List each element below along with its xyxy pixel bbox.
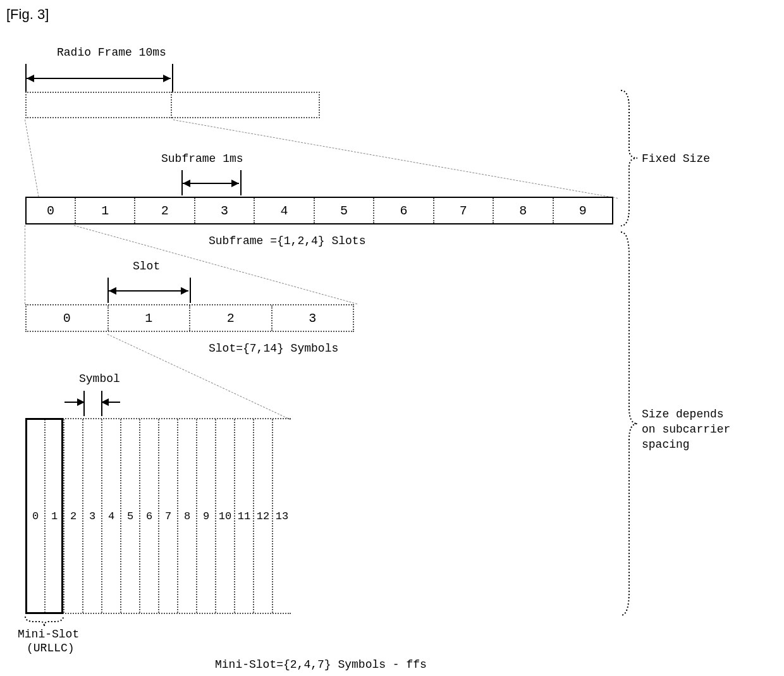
expand-line (25, 120, 39, 197)
subframe-cell: 0 (27, 198, 76, 223)
subframe-slots-label: Subframe ={1,2,4} Slots (209, 235, 365, 247)
symbol-label: Symbol (79, 372, 120, 385)
symbol-cell: 10 (216, 419, 235, 613)
mini-slot-label: Mini-Slot (18, 628, 79, 641)
subframe-cell: 7 (434, 198, 494, 223)
symbol-cell: 2 (64, 419, 83, 613)
symbol-cell: 3 (83, 419, 102, 613)
arrow-head (77, 398, 85, 406)
subframe-row: 0 1 2 3 4 5 6 7 8 9 (25, 197, 613, 224)
symbol-grid: 0 1 2 3 4 5 6 7 8 9 10 11 12 13 (25, 418, 291, 614)
slot-cell: 0 (27, 305, 109, 331)
subframe-dim (183, 183, 239, 184)
variable-size-line1: Size depends (642, 408, 724, 421)
radio-frame-half-2 (172, 92, 320, 118)
symbol-cell: 0 (25, 419, 46, 613)
symbol-cell: 11 (235, 419, 254, 613)
radio-frame-bar (25, 92, 321, 118)
expand-line (25, 225, 25, 304)
brace-variable (620, 231, 639, 620)
subframe-cell: 4 (255, 198, 314, 223)
subframe-cell: 2 (135, 198, 195, 223)
subframe-label: Subframe 1ms (161, 152, 243, 165)
symbol-cell: 4 (102, 419, 121, 613)
arrow-head (101, 398, 109, 406)
symbol-cell: 12 (254, 419, 273, 613)
variable-size-line3: spacing (642, 438, 690, 451)
radio-frame-dim (27, 78, 171, 79)
slot-cell: 1 (109, 305, 191, 331)
diagram-container: Radio Frame 10ms Subframe 1ms 0 1 2 3 4 … (6, 26, 765, 671)
subframe-cell: 5 (315, 198, 374, 223)
slot-label: Slot (133, 260, 160, 273)
slot-cell: 3 (273, 305, 353, 331)
slot-row: 0 1 2 3 (25, 304, 354, 332)
subframe-cell: 1 (76, 198, 135, 223)
symbol-cell: 6 (140, 419, 159, 613)
slot-symbols-label: Slot={7,14} Symbols (209, 342, 338, 355)
slot-cell: 2 (190, 305, 273, 331)
tick (240, 170, 242, 195)
tick (190, 278, 191, 303)
symbol-cell: 8 (178, 419, 197, 613)
slot-dim (109, 290, 188, 292)
radio-frame-half-1 (25, 92, 172, 118)
figure-label: [Fig. 3] (6, 6, 778, 23)
symbol-cell: 9 (197, 419, 216, 613)
symbol-cell: 13 (273, 419, 291, 613)
subframe-cell: 3 (195, 198, 255, 223)
tick (172, 64, 173, 92)
mini-slot-bottom-label: Mini-Slot={2,4,7} Symbols - ffs (215, 658, 427, 671)
subframe-cell: 6 (374, 198, 434, 223)
brace-fixed (620, 89, 639, 230)
subframe-cell: 9 (554, 198, 612, 223)
variable-size-line2: on subcarrier (642, 423, 730, 436)
symbol-cell: 1 (46, 419, 64, 613)
symbol-cell: 7 (159, 419, 178, 613)
subframe-cell: 8 (494, 198, 553, 223)
fixed-size-label: Fixed Size (642, 152, 710, 165)
radio-frame-label: Radio Frame 10ms (57, 46, 166, 59)
symbol-cell: 5 (121, 419, 140, 613)
mini-slot-sub-label: (URLLC) (27, 642, 75, 654)
mini-slot-brace (24, 615, 64, 628)
